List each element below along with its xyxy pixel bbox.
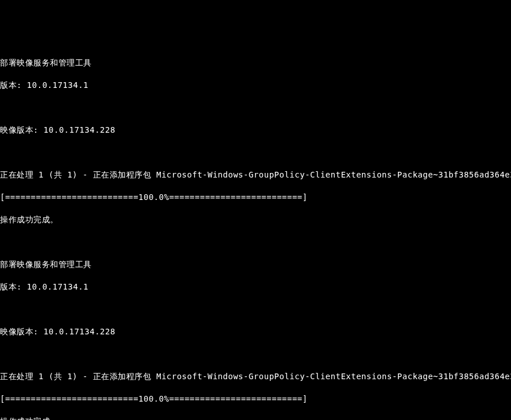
processing-line: 正在处理 1 (共 1) - 正在添加程序包 Microsoft-Windows… <box>0 371 511 383</box>
terminal-output: 部署映像服务和管理工具 版本: 10.0.17134.1 映像版本: 10.0.… <box>0 46 511 420</box>
success-msg: 操作成功完成。 <box>0 416 511 420</box>
blank-line <box>0 304 511 315</box>
progress-bar: [==========================100.0%=======… <box>0 192 511 203</box>
deploy-header: 部署映像服务和管理工具 <box>0 259 511 271</box>
image-version: 映像版本: 10.0.17134.228 <box>0 125 511 136</box>
success-msg: 操作成功完成。 <box>0 214 511 226</box>
blank-line <box>0 237 511 248</box>
progress-bar: [==========================100.0%=======… <box>0 394 511 405</box>
processing-line: 正在处理 1 (共 1) - 正在添加程序包 Microsoft-Windows… <box>0 169 511 181</box>
blank-line <box>0 147 511 158</box>
tool-version: 版本: 10.0.17134.1 <box>0 80 511 91</box>
blank-line <box>0 102 511 113</box>
deploy-header: 部署映像服务和管理工具 <box>0 57 511 69</box>
image-version: 映像版本: 10.0.17134.228 <box>0 326 511 338</box>
tool-version: 版本: 10.0.17134.1 <box>0 282 511 293</box>
blank-line <box>0 349 511 360</box>
